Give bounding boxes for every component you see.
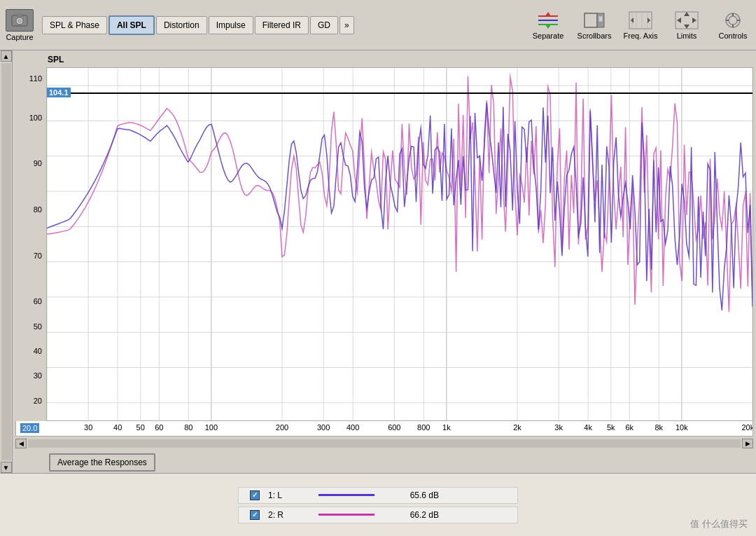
scroll-down-arrow[interactable]: ▼ [1,462,12,473]
x-tick-20kHz: 20kHz [741,423,753,432]
x-tick-400: 400 [346,423,359,432]
legend-value-2: 66.2 dB [383,510,439,520]
x-tick-10k: 10k [676,423,688,432]
svg-rect-9 [584,13,597,27]
y-tick-40: 40 [34,347,42,355]
x-tick-40: 40 [113,423,122,432]
x-tick-1k: 1k [442,423,451,432]
y-tick-30: 30 [34,371,42,380]
chart-canvas [47,68,752,420]
svg-marker-7 [545,12,551,16]
svg-marker-23 [684,12,690,16]
x-tick-60: 60 [155,423,163,432]
x-start-value: 20.0 [20,423,39,433]
separate-icon [536,10,561,31]
y-tick-70: 70 [34,252,42,260]
capture-label: Capture [6,33,33,41]
separate-label: Separate [533,32,564,40]
x-tick-800: 800 [417,423,430,432]
left-scrollbar[interactable]: ▲ ▼ [0,50,13,473]
tab-filtered-ir[interactable]: Filtered IR [255,16,309,34]
x-tick-4k: 4k [584,423,592,432]
svg-point-2 [18,19,22,23]
x-ticks-container: 30405060801002003004006008001k2k3k4k5k6k… [47,421,752,436]
average-responses-button[interactable]: Average the Responses [49,453,155,472]
app-container: Capture SPL & Phase All SPL Distortion I… [0,0,756,536]
legend-name-2: 2: R [268,510,310,520]
x-tick-30: 30 [84,423,92,432]
cursor-value-label: 104.1 [47,88,71,97]
x-tick-300: 300 [317,423,330,432]
legend-row-1: ✓ 1: L 65.6 dB [238,487,518,504]
more-tabs-button[interactable]: » [340,16,354,34]
x-tick-2k: 2k [513,423,522,432]
y-tick-50: 50 [34,322,42,331]
x-tick-6k: 6k [626,423,634,432]
tab-distortion[interactable]: Distortion [156,16,207,34]
y-tick-110: 110 [29,74,42,83]
svg-rect-3 [17,14,22,16]
x-tick-3k: 3k [554,423,563,432]
tab-spl-phase[interactable]: SPL & Phase [42,16,107,34]
capture-icon [6,9,34,32]
legend-line-1 [318,494,374,496]
legend-area: ✓ 1: L 65.6 dB ✓ 2: R 66.2 dB [0,473,756,536]
separate-action[interactable]: Separate [531,10,566,40]
spl-label: SPL [48,55,64,64]
toolbar-actions: Separate Scrollbars [531,10,750,40]
svg-rect-11 [598,16,603,22]
limits-label: Limits [677,32,697,40]
toolbar: Capture SPL & Phase All SPL Distortion I… [0,0,756,50]
tab-group: SPL & Phase All SPL Distortion Impulse F… [42,15,354,35]
svg-point-26 [729,16,737,25]
legend-row-2: ✓ 2: R 66.2 dB [238,507,518,523]
limits-icon [674,10,699,31]
legend-value-1: 65.6 dB [383,490,439,500]
y-tick-60: 60 [34,297,42,305]
scroll-right-arrow[interactable]: ▶ [742,439,753,448]
freq-axis-label: Freq. Axis [624,32,658,40]
y-axis: 110 100 90 80 70 60 50 40 30 20 [15,67,46,421]
y-tick-90: 90 [34,159,42,167]
x-tick-50: 50 [136,423,145,432]
x-tick-100: 100 [205,423,218,432]
y-tick-20: 20 [34,397,42,405]
controls-label: Controls [719,32,748,40]
scroll-track-bottom[interactable] [28,439,741,448]
legend-line-2 [318,514,374,516]
capture-button[interactable]: Capture [6,9,34,41]
scrollbars-action[interactable]: Scrollbars [577,10,612,40]
scroll-track-left[interactable] [1,63,11,460]
svg-marker-8 [545,25,551,29]
watermark: 值 什么值得买 [690,518,748,530]
main-content: ▲ ▼ SPL 110 100 90 80 70 [0,50,756,473]
scroll-left-arrow[interactable]: ◀ [15,439,27,448]
x-tick-80: 80 [184,423,192,432]
avg-btn-container: Average the Responses [13,451,756,473]
scroll-up-arrow[interactable]: ▲ [1,50,12,62]
svg-marker-21 [677,18,681,23]
tab-all-spl[interactable]: All SPL [108,15,155,35]
chart-inner[interactable]: 104.1 [46,67,753,421]
x-tick-200: 200 [276,423,288,432]
limits-action[interactable]: Limits [669,10,704,40]
x-axis: 20.0 30405060801002003004006008001k2k3k4… [15,421,753,437]
legend-checkbox-1[interactable]: ✓ [250,490,260,500]
reference-line [47,92,752,94]
x-tick-8k: 8k [654,423,663,432]
tab-gd[interactable]: GD [310,16,338,34]
freq-axis-icon [628,10,653,31]
x-tick-5k: 5k [607,423,615,432]
chart-container: SPL 110 100 90 80 70 60 50 40 30 [13,50,756,473]
freq-axis-action[interactable]: Freq. Axis [623,10,658,40]
svg-marker-24 [684,25,690,29]
scrollbars-label: Scrollbars [578,32,612,40]
controls-action[interactable]: Controls [715,10,750,40]
tab-impulse[interactable]: Impulse [209,16,253,34]
svg-marker-19 [648,18,650,23]
bottom-scrollbar[interactable]: ◀ ▶ [15,438,753,449]
legend-checkbox-2[interactable]: ✓ [250,510,260,520]
y-tick-80: 80 [34,205,42,214]
svg-marker-22 [692,18,696,23]
scrollbars-icon [582,10,607,31]
